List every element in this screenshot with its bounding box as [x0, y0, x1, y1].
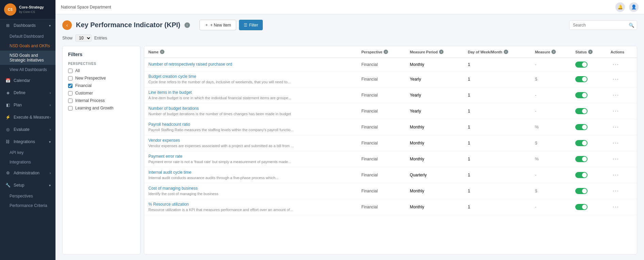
cell-name-2: Line items in the budget A line-item bud… [144, 87, 357, 103]
sidebar-item-setup[interactable]: 🔧 Setup ▾ [0, 179, 55, 191]
item-desc-2: A line-item budget is one in which the i… [148, 96, 291, 100]
item-name-link-9[interactable]: % Resource utilization [148, 202, 353, 207]
grid-icon: ⊞ [5, 22, 11, 29]
actions-button-0[interactable]: ··· [611, 61, 621, 68]
sidebar-item-integrations-sub[interactable]: Integrations [0, 157, 55, 167]
notification-icon[interactable]: 🔔 [615, 2, 625, 12]
actions-button-6[interactable]: ··· [611, 155, 621, 163]
search-button[interactable]: 🔍 [629, 22, 634, 28]
search-input[interactable] [569, 20, 637, 30]
back-button[interactable]: ‹ [62, 20, 72, 30]
sidebar-item-default-dashboard[interactable]: Default Dashboard [0, 32, 55, 41]
item-name-link-3[interactable]: Number of budget iterations [148, 106, 353, 111]
actions-button-1[interactable]: ··· [611, 75, 621, 83]
filter-option-learning-growth[interactable]: Learning and Growth [68, 106, 135, 110]
cell-day-9: 1 [464, 199, 531, 215]
item-name-link-4[interactable]: Payroll headcount ratio [148, 122, 353, 127]
cell-actions-5: ··· [607, 135, 637, 151]
sidebar-item-integrations[interactable]: ⛓ Integrations ▾ [0, 136, 55, 148]
cell-status-2 [571, 87, 606, 103]
filter-option-customer[interactable]: Customer [68, 91, 135, 96]
status-toggle-9[interactable] [575, 204, 587, 210]
status-toggle-8[interactable] [575, 188, 587, 194]
item-desc-3: Number of budget iterations is the numbe… [148, 112, 291, 116]
item-desc-6: Payment error rate is not a 'fraud rate'… [148, 160, 291, 164]
actions-button-2[interactable]: ··· [611, 91, 621, 99]
th-perspective: Perspective i [357, 46, 406, 58]
user-avatar[interactable]: 👤 [629, 2, 639, 12]
cell-status-1 [571, 71, 606, 87]
item-name-link-2[interactable]: Line items in the budget [148, 90, 353, 95]
status-toggle-2[interactable] [575, 92, 587, 98]
filter-checkbox-financial[interactable] [68, 84, 73, 88]
filters-title: Filters [68, 52, 135, 57]
plan-icon: ◧ [5, 102, 11, 108]
sidebar-item-api-key[interactable]: API key [0, 148, 55, 157]
item-name-link-1[interactable]: Budget creation cycle time [148, 74, 353, 79]
th-name: Name i [144, 46, 357, 58]
execute-icon: ⚡ [5, 114, 11, 120]
item-desc-7: Internal audit conducts assurance audits… [148, 176, 278, 180]
filter-option-financial[interactable]: Financial [68, 83, 135, 88]
cell-measure-period-0: Monthly [406, 58, 464, 71]
item-name-link-5[interactable]: Vendor expenses [148, 138, 353, 143]
topbar: National Space Department 🔔 👤 [55, 0, 644, 14]
filter-button[interactable]: ☰ Filter [239, 20, 263, 30]
sidebar-item-performance-criteria[interactable]: Performance Criteria [0, 201, 55, 210]
sidebar-item-calendar[interactable]: 📅 Calendar [0, 74, 55, 87]
sidebar-item-plan[interactable]: ◧ Plan › [0, 99, 55, 111]
item-desc-8: Identify the cost of managing the busine… [148, 192, 218, 196]
page-title-info-icon[interactable]: i [184, 22, 190, 28]
filter-option-all[interactable]: All [68, 68, 135, 73]
cell-measure-1: $ [531, 71, 571, 87]
show-bar: Show 10 25 50 Entries [62, 34, 637, 42]
actions-button-8[interactable]: ··· [611, 187, 621, 195]
sidebar-item-evaluate[interactable]: ◎ Evaluate › [0, 123, 55, 136]
filter-checkbox-new-perspective[interactable] [68, 76, 73, 81]
status-toggle-4[interactable] [575, 124, 587, 130]
sidebar-item-define[interactable]: ◈ Define › [0, 87, 55, 99]
sidebar-item-dashboards[interactable]: ⊞ Dashboards ▾ [0, 19, 55, 32]
actions-button-5[interactable]: ··· [611, 139, 621, 147]
define-icon: ◈ [5, 90, 11, 96]
filter-checkbox-internal-process[interactable] [68, 99, 73, 103]
sidebar-item-perspectives[interactable]: Perspectives [0, 191, 55, 201]
item-name-link-6[interactable]: Payment error rate [148, 154, 353, 159]
cell-actions-9: ··· [607, 199, 637, 215]
actions-button-4[interactable]: ··· [611, 123, 621, 131]
cell-measure-period-4: Monthly [406, 119, 464, 135]
filter-checkbox-all[interactable] [68, 69, 73, 73]
status-toggle-6[interactable] [575, 156, 587, 162]
cell-actions-3: ··· [607, 103, 637, 119]
sidebar-item-view-all-dashboards[interactable]: View All Dashboards [0, 65, 55, 74]
item-name-link-0[interactable]: Number of retrospectively raised purchas… [148, 62, 353, 67]
chevron-right-icon5: › [50, 171, 51, 175]
actions-button-7[interactable]: ··· [611, 171, 621, 179]
status-toggle-1[interactable] [575, 76, 587, 82]
search-box: 🔍 [569, 20, 637, 30]
th-day-of-week: Day of Week/Month i [464, 46, 531, 58]
filter-option-internal-process[interactable]: Internal Process [68, 98, 135, 103]
filter-checkbox-learning-growth[interactable] [68, 106, 73, 110]
new-item-button[interactable]: ＋ + New Item [199, 20, 236, 30]
actions-button-3[interactable]: ··· [611, 107, 621, 115]
filter-option-new-perspective[interactable]: New Prespective [68, 76, 135, 81]
filter-checkbox-customer[interactable] [68, 91, 73, 96]
status-toggle-5[interactable] [575, 140, 587, 146]
item-name-link-7[interactable]: Internal audit cycle time [148, 170, 353, 175]
sidebar-item-nsd-goals-okrs[interactable]: NSD Goals and OKRs [0, 41, 55, 51]
sidebar-item-execute[interactable]: ⚡ Execute & Measure › [0, 111, 55, 123]
logo-icon: CS [4, 3, 16, 16]
status-toggle-3[interactable] [575, 108, 587, 114]
filter-section-perspectives: PERSPECTIVES [68, 62, 135, 66]
status-toggle-7[interactable] [575, 172, 587, 178]
cell-actions-0: ··· [607, 58, 637, 71]
item-desc-4: Payroll Staffing Ratio measures the staf… [148, 128, 294, 132]
status-toggle-0[interactable] [575, 62, 587, 68]
actions-button-9[interactable]: ··· [611, 203, 621, 211]
entries-select[interactable]: 10 25 50 [75, 34, 92, 42]
sidebar-item-nsd-goals-strategic[interactable]: NSD Goals and Strategic Initiatives [0, 51, 55, 65]
cell-actions-6: ··· [607, 151, 637, 167]
item-name-link-8[interactable]: Cost of managing business [148, 186, 353, 191]
sidebar-item-administration[interactable]: ⚙ Administration › [0, 167, 55, 179]
